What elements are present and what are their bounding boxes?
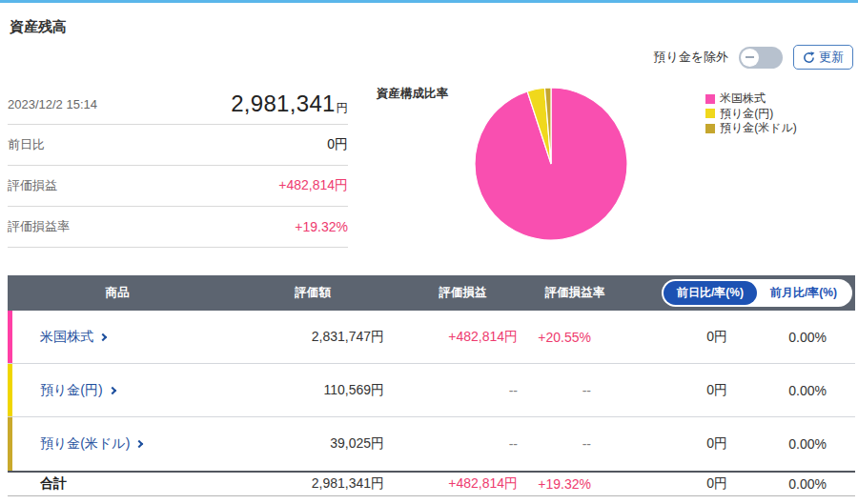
summary-row-gain: 評価損益 +482,814円 xyxy=(8,166,348,207)
gain-label: 評価損益 xyxy=(8,177,57,194)
col-header-gain-rate: 評価損益率 xyxy=(527,285,623,301)
legend-label: 米国株式 xyxy=(720,91,766,107)
cell-day-change: 0円 xyxy=(623,329,729,346)
page-title: 資産残高 xyxy=(10,18,67,36)
top-accent-line xyxy=(0,0,858,3)
cell-total-day-rate: 0.00% xyxy=(729,476,855,492)
period-toggle: 前日比/率(%) 前月比/率(%) xyxy=(662,279,852,307)
asset-composition-pie-chart xyxy=(473,86,629,242)
cell-total-value: 2,981,341円 xyxy=(227,475,398,493)
cell-gain: -- xyxy=(398,383,527,398)
total-label: 合計 xyxy=(8,475,227,493)
toggle-knob-off-icon xyxy=(741,49,759,67)
refresh-icon xyxy=(803,51,815,64)
table-row-total: 合計 2,981,341円 +482,814円 +19.32% 0円 0.00% xyxy=(8,471,855,496)
chevron-right-icon xyxy=(135,440,143,448)
exclude-deposits-toggle-label: 預り金を除外 xyxy=(653,49,728,66)
cell-value: 39,025円 xyxy=(227,435,398,453)
total-asset-value: 2,981,341円 xyxy=(231,91,348,117)
table-row-deposit-usd: 預り金(米ドル) 39,025円 -- -- 0円 0.00% xyxy=(8,417,855,471)
day-change-value: 0円 xyxy=(327,136,348,153)
cell-total-gain: +482,814円 xyxy=(398,475,527,493)
header-controls: 預り金を除外 更新 xyxy=(653,45,853,70)
refresh-button[interactable]: 更新 xyxy=(793,45,853,70)
row-stripe xyxy=(8,311,12,363)
timestamp: 2023/12/2 15:14 xyxy=(8,97,97,111)
col-header-value: 評価額 xyxy=(227,285,398,301)
cell-value: 110,569円 xyxy=(227,382,398,399)
product-link-us-stocks[interactable]: 米国株式 xyxy=(8,329,227,346)
total-asset-unit: 円 xyxy=(337,101,348,114)
table-header: 商品 評価額 評価損益 評価損益率 前日比/率(%) 前月比/率(%) xyxy=(8,275,855,311)
cell-gain-rate: +20.55% xyxy=(527,330,623,345)
period-toggle-day[interactable]: 前日比/率(%) xyxy=(664,281,757,305)
summary-total-row: 2023/12/2 15:14 2,981,341円 xyxy=(8,84,348,125)
legend-item: 預り金(円) xyxy=(705,107,797,122)
day-change-label: 前日比 xyxy=(8,136,45,153)
period-toggle-month[interactable]: 前月比/率(%) xyxy=(757,281,850,305)
summary-row-gain-rate: 評価損益率 +19.32% xyxy=(8,207,348,248)
asset-detail-table: 商品 評価額 評価損益 評価損益率 前日比/率(%) 前月比/率(%) 米国株式… xyxy=(8,275,855,496)
product-link-deposit-jpy[interactable]: 預り金(円) xyxy=(8,382,227,399)
product-link-deposit-usd[interactable]: 預り金(米ドル) xyxy=(8,435,227,453)
cell-day-rate: 0.00% xyxy=(729,383,855,398)
summary-panel: 2023/12/2 15:14 2,981,341円 前日比 0円 評価損益 +… xyxy=(8,84,348,248)
cell-day-change: 0円 xyxy=(623,382,729,399)
legend-label: 預り金(米ドル) xyxy=(720,120,797,136)
cell-gain: -- xyxy=(398,436,527,452)
table-row-us-stocks: 米国株式 2,831,747円 +482,814円 +20.55% 0円 0.0… xyxy=(8,311,855,364)
legend-swatch-deposit-jpy xyxy=(705,109,715,118)
cell-gain-rate: -- xyxy=(527,436,623,452)
cell-gain: +482,814円 xyxy=(398,329,527,346)
summary-row-day-change: 前日比 0円 xyxy=(8,125,348,166)
pie-chart-title: 資産構成比率 xyxy=(377,86,448,102)
gain-rate-label: 評価損益率 xyxy=(8,218,70,235)
legend-swatch-deposit-usd xyxy=(705,124,715,133)
asset-balance-page: 資産残高 預り金を除外 更新 2023/12/2 15:14 2,981,341… xyxy=(0,0,858,504)
legend-item: 米国株式 xyxy=(705,91,797,107)
cell-day-change: 0円 xyxy=(623,435,729,453)
cell-day-rate: 0.00% xyxy=(729,436,855,452)
row-stripe xyxy=(8,417,12,471)
cell-day-rate: 0.00% xyxy=(729,330,855,345)
gain-value: +482,814円 xyxy=(278,177,348,194)
legend-swatch-us-stocks xyxy=(705,94,715,104)
col-header-product: 商品 xyxy=(8,285,227,301)
cell-value: 2,831,747円 xyxy=(227,329,398,346)
col-header-gain: 評価損益 xyxy=(398,285,527,301)
gain-rate-value: +19.32% xyxy=(295,219,348,234)
row-stripe xyxy=(8,364,12,416)
legend-label: 預り金(円) xyxy=(720,106,773,122)
chevron-right-icon xyxy=(99,333,107,340)
exclude-deposits-toggle[interactable] xyxy=(739,47,783,69)
cell-total-day-change: 0円 xyxy=(623,475,729,493)
chevron-right-icon xyxy=(108,386,115,393)
legend-item: 預り金(米ドル) xyxy=(705,121,797,136)
cell-gain-rate: -- xyxy=(527,383,623,398)
table-row-deposit-jpy: 預り金(円) 110,569円 -- -- 0円 0.00% xyxy=(8,364,855,417)
cell-total-gain-rate: +19.32% xyxy=(527,476,623,492)
pie-chart-legend: 米国株式 預り金(円) 預り金(米ドル) xyxy=(705,91,797,136)
refresh-button-label: 更新 xyxy=(819,49,844,66)
